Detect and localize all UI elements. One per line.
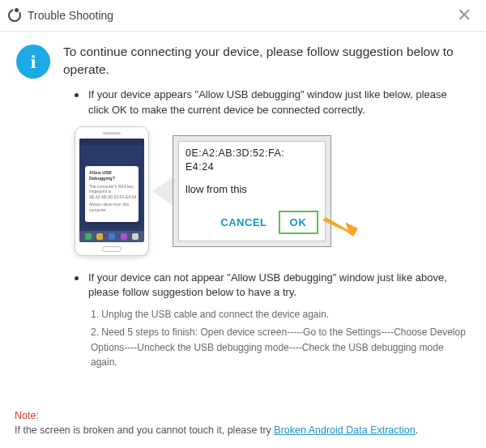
note-block: Note: If the screen is broken and you ca… xyxy=(15,408,418,439)
note-tail: . xyxy=(416,425,418,436)
step1-text: 1. Unplug the USB cable and connect the … xyxy=(91,307,470,322)
list-item: If your device can not appear "Allow USB… xyxy=(75,271,470,301)
note-link[interactable]: Broken Android Data Extraction xyxy=(274,425,415,436)
app-icon xyxy=(8,9,21,22)
zoom-panel: 0E:A2:AB:3D:52:FA: E4:24 llow from this … xyxy=(173,135,331,247)
callout-pointer xyxy=(152,177,173,206)
zoom-allow-text: llow from this xyxy=(185,183,318,195)
headline-text: To continue connecting your device, plea… xyxy=(63,43,470,79)
note-text: If the screen is broken and you cannot t… xyxy=(15,425,274,436)
titlebar: Trouble Shooting ✕ xyxy=(0,0,486,32)
svg-marker-0 xyxy=(322,217,358,237)
zoom-mac-line1: 0E:A2:AB:3D:52:FA: xyxy=(185,147,318,160)
steps-block: 1. Unplug the USB cable and connect the … xyxy=(91,307,470,369)
item2-text: If your device can not appear "Allow USB… xyxy=(88,271,470,301)
popup-mac: 0E:A2:AB:3D:52:FA:E4:24 xyxy=(89,194,134,200)
info-icon: i xyxy=(16,45,50,79)
popup-body: The computer's RSA key fingerprint is xyxy=(89,184,134,194)
ok-button: OK xyxy=(279,211,319,234)
instruction-list-2: If your device can not appear "Allow USB… xyxy=(75,271,470,301)
bullet-icon xyxy=(75,276,79,280)
instruction-list: If your device appears "Allow USB debugg… xyxy=(75,87,470,118)
zoom-mac-line2: E4:24 xyxy=(185,160,318,174)
close-icon[interactable]: ✕ xyxy=(454,6,475,24)
popup-title: Allow USB Debugging? xyxy=(89,170,134,181)
content-area: i To continue connecting your device, pl… xyxy=(0,32,486,381)
note-label: Note: xyxy=(15,410,39,421)
phone-popup: Allow USB Debugging? The computer's RSA … xyxy=(85,166,139,223)
arrow-icon xyxy=(321,212,360,238)
item1-text: If your device appears "Allow USB debugg… xyxy=(88,87,470,118)
header-row: i To continue connecting your device, pl… xyxy=(16,43,470,79)
phone-mock: Allow USB Debugging? The computer's RSA … xyxy=(75,126,149,256)
list-item: If your device appears "Allow USB debugg… xyxy=(75,87,470,118)
cancel-button: CANCEL xyxy=(220,216,266,228)
bullet-icon xyxy=(75,93,79,97)
illustration: Allow USB Debugging? The computer's RSA … xyxy=(75,126,470,256)
step2-text: 2. Need 5 steps to finish: Open device s… xyxy=(91,325,470,370)
window-title: Trouble Shooting xyxy=(28,9,113,22)
zoom-button-row: CANCEL OK xyxy=(220,211,318,234)
popup-check: Always allow from this computer xyxy=(89,202,134,212)
